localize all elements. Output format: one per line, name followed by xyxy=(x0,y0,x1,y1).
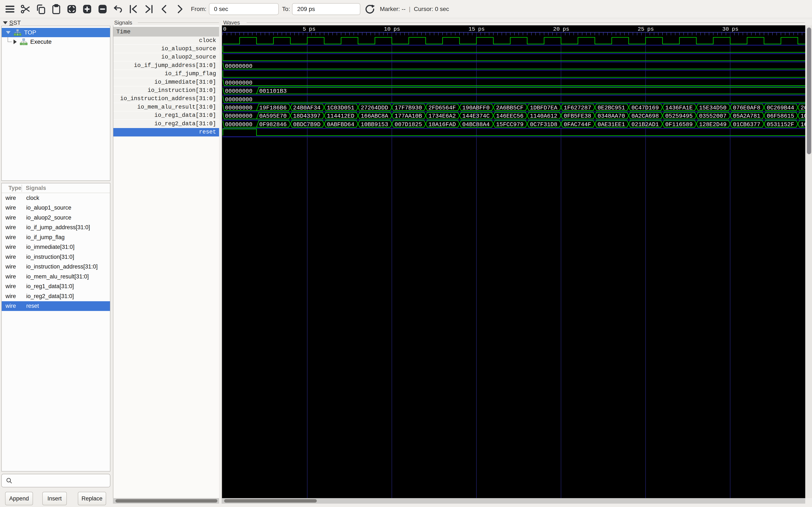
toolbar-go-last-button[interactable] xyxy=(143,3,155,15)
waves-horizontal-scrollbar[interactable] xyxy=(221,498,805,504)
bus-value: 0BDC7B9D xyxy=(293,121,320,128)
table-row-reset[interactable]: wire reset xyxy=(2,301,110,311)
expander-closed-icon[interactable] xyxy=(13,40,17,44)
cell-name: io_instruction[31:0] xyxy=(26,254,74,260)
table-row-io_reg1_data[31:0][interactable]: wire io_reg1_data[31:0] xyxy=(2,282,110,291)
table-row-clock[interactable]: wire clock xyxy=(2,193,110,203)
signal-row-io_if_jump_flag[interactable]: io_if_jump_flag xyxy=(113,70,219,78)
table-row-io_if_jump_address[31:0][interactable]: wire io_if_jump_address[31:0] xyxy=(2,223,110,233)
wave-io_mem_alu_result[31:0][interactable]: 0000000019F186B624B0AF341C03D05127264DDD… xyxy=(222,104,805,112)
table-row-io_instruction_address[31:0][interactable]: wire io_instruction_address[31:0] xyxy=(2,262,110,272)
signals-horizontal-scrollbar[interactable] xyxy=(113,498,219,504)
table-row-io_aluop2_source[interactable]: wire io_aluop2_source xyxy=(2,213,110,223)
toolbar-back-button[interactable] xyxy=(159,3,170,15)
cell-type: wire xyxy=(5,195,21,201)
cell-type: wire xyxy=(5,205,21,211)
sst-header[interactable]: SST xyxy=(3,19,21,26)
expander-open-icon[interactable] xyxy=(6,31,11,34)
signal-row-io_reg2_data[31:0][interactable]: io_reg2_data[31:0] xyxy=(113,120,219,128)
toolbar-zoom-fit-button[interactable] xyxy=(66,3,78,15)
wave-reset[interactable] xyxy=(222,129,805,137)
table-row-io_mem_alu_result[31:0][interactable]: wire io_mem_alu_result[31:0] xyxy=(2,272,110,282)
signal-row-io_instruction_address[31:0][interactable]: io_instruction_address[31:0] xyxy=(113,95,219,103)
wave-clock[interactable] xyxy=(222,38,805,46)
timeline-label: 10 xyxy=(384,26,391,32)
reload-button[interactable] xyxy=(364,3,375,15)
wave-io_aluop1_source[interactable] xyxy=(222,46,805,54)
waves-vertical-scrollbar[interactable] xyxy=(806,25,812,498)
bus-value: 128E2D49 xyxy=(699,121,726,128)
cell-name: io_reg2_data[31:0] xyxy=(26,293,74,299)
signal-row-io_immediate[31:0][interactable]: io_immediate[31:0] xyxy=(113,78,219,87)
from-input[interactable] xyxy=(209,3,279,15)
collapse-arrow-icon[interactable] xyxy=(3,21,8,24)
tree-item-top[interactable]: TOP xyxy=(2,28,110,37)
signal-row-clock[interactable]: clock xyxy=(113,37,219,45)
signal-row-io_reg1_data[31:0][interactable]: io_reg1_data[31:0] xyxy=(113,112,219,120)
toolbar-copy-button[interactable] xyxy=(35,3,47,15)
time-header[interactable]: Time xyxy=(113,27,219,37)
toolbar-zoom-in-button[interactable] xyxy=(82,3,93,15)
signal-row-io_aluop1_source[interactable]: io_aluop1_source xyxy=(113,45,219,53)
cut-icon xyxy=(20,3,31,15)
table-row-io_if_jump_flag[interactable]: wire io_if_jump_flag xyxy=(2,232,110,242)
wave-io_immediate[31:0][interactable]: 00000000 xyxy=(222,79,805,87)
bus-value: 2FD6564F xyxy=(428,105,456,111)
bus-value: 1C03D051 xyxy=(327,105,354,111)
back-icon xyxy=(159,3,170,15)
wave-canvas[interactable]: 05ps10ps15ps20ps25ps30ps0000000000000000… xyxy=(221,25,805,498)
bus-value: 0348AA70 xyxy=(598,113,625,119)
marker-status: Marker: -- | Cursor: 0 sec xyxy=(380,6,449,12)
search-input[interactable] xyxy=(13,474,110,487)
table-row-io_aluop1_source[interactable]: wire io_aluop1_source xyxy=(2,203,110,213)
bus-value: 00000000 xyxy=(225,121,252,128)
toolbar-forward-button[interactable] xyxy=(174,3,186,15)
toolbar-menu-button[interactable] xyxy=(4,3,16,15)
insert-button[interactable]: Insert xyxy=(42,492,67,505)
wave-io_aluop2_source[interactable] xyxy=(222,54,805,62)
table-row-io_immediate[31:0][interactable]: wire io_immediate[31:0] xyxy=(2,242,110,252)
wave-io_if_jump_address[31:0][interactable]: 00000000 xyxy=(222,63,805,70)
append-button[interactable]: Append xyxy=(5,492,33,505)
replace-button[interactable]: Replace xyxy=(78,492,106,505)
cell-type: wire xyxy=(5,293,21,299)
column-divider[interactable] xyxy=(21,185,22,192)
signals-hscroll-thumb[interactable] xyxy=(115,499,217,503)
bus-value: 0AE31EE1 xyxy=(598,121,625,128)
signal-row-io_mem_alu_result[31:0][interactable]: io_mem_alu_result[31:0] xyxy=(113,103,219,111)
waves-panel-legend: Waves xyxy=(223,19,240,26)
signal-row-io_aluop2_source[interactable]: io_aluop2_source xyxy=(113,53,219,61)
timeline-label: 25 xyxy=(638,26,644,32)
waves-hscroll-thumb[interactable] xyxy=(224,499,317,503)
wave-io_reg1_data[31:0][interactable]: 000000000A595E7018D43397114412ED166ABC8A… xyxy=(222,112,805,121)
wave-io_reg2_data[31:0][interactable]: 000000000F9828460BDC7B9D0ABFBD6410BB9153… xyxy=(222,121,805,129)
wave-io_instruction_address[31:0][interactable]: 00000000 xyxy=(222,96,805,104)
toolbar-cut-button[interactable] xyxy=(20,3,31,15)
wave-io_instruction[31:0][interactable]: 00000000001101B3 xyxy=(222,87,805,96)
bus-value: 146EEC56 xyxy=(496,113,523,119)
waves-vscroll-thumb[interactable] xyxy=(807,27,811,154)
signal-row-io_instruction[31:0][interactable]: io_instruction[31:0] xyxy=(113,87,219,95)
bus-value: 27264DDD xyxy=(361,105,388,111)
bus-value: 0F982846 xyxy=(259,121,287,128)
timeline-label: 15 xyxy=(469,26,475,32)
table-row-io_instruction[31:0][interactable]: wire io_instruction[31:0] xyxy=(2,252,110,262)
signal-row-io_if_jump_address[31:0][interactable]: io_if_jump_address[31:0] xyxy=(113,61,219,70)
waveform-svg[interactable]: 05ps10ps15ps20ps25ps30ps0000000000000000… xyxy=(222,25,805,498)
cell-name: io_reg1_data[31:0] xyxy=(26,283,74,290)
wave-io_if_jump_flag[interactable] xyxy=(222,71,805,79)
toolbar-paste-button[interactable] xyxy=(51,3,62,15)
signal-row-reset[interactable]: reset xyxy=(113,128,219,136)
toolbar-undo-button[interactable] xyxy=(112,3,124,15)
bus-value: 1F627287 xyxy=(564,105,591,111)
toolbar-zoom-out-button[interactable] xyxy=(97,3,108,15)
module-icon xyxy=(13,29,21,36)
tree-item-execute[interactable]: Execute xyxy=(2,37,110,47)
to-input[interactable] xyxy=(292,3,360,15)
table-row-io_reg2_data[31:0][interactable]: wire io_reg2_data[31:0] xyxy=(2,291,110,301)
bus-value: 114412ED xyxy=(327,113,354,119)
toolbar-go-first-button[interactable] xyxy=(128,3,139,15)
bus-value: 15FCC979 xyxy=(496,121,523,128)
bus-value: 144E374C xyxy=(462,113,490,119)
tree-item-label: Execute xyxy=(30,39,52,45)
